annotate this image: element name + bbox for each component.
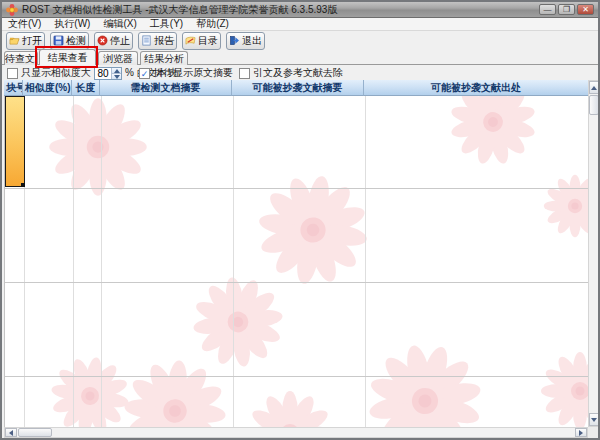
wrap-display-checkbox[interactable] — [139, 68, 150, 79]
remove-citations-group: 引文及参考文献去除 — [239, 66, 343, 80]
app-window: ROST 文档相似性检测工具 -武汉大学信息管理学院荣誉贡献 6.3.5.93版… — [0, 0, 600, 440]
report-button[interactable]: 报告 — [138, 32, 177, 50]
grid-row-line — [5, 376, 588, 377]
tab-results-view[interactable]: 结果查看 — [39, 49, 96, 65]
column-header-similarity[interactable]: 相似度(%) — [23, 80, 72, 96]
scroll-left-button[interactable] — [5, 428, 17, 437]
exit-button[interactable]: 退出 — [226, 32, 265, 50]
options-row: 只显示相似度大 % 的文本块 折行显示原文摘要 引文及参考文献去除 — [2, 65, 598, 80]
horizontal-scrollbar-thumb[interactable] — [18, 428, 52, 437]
spinner-down-icon — [114, 75, 120, 79]
report-button-label: 报告 — [154, 34, 174, 48]
horizontal-scrollbar[interactable] — [4, 427, 588, 438]
menu-item-run[interactable]: 执行(W) — [54, 17, 90, 31]
catalog-button-label: 目录 — [198, 34, 218, 48]
tab-result-analysis[interactable]: 结果分析 — [140, 51, 188, 65]
remove-citations-label: 引文及参考文献去除 — [253, 66, 343, 80]
catalog-icon — [185, 35, 196, 46]
open-button[interactable]: 打开 — [6, 32, 45, 50]
exit-button-label: 退出 — [242, 34, 262, 48]
grid-column-line — [73, 96, 74, 427]
scroll-right-button[interactable] — [575, 428, 587, 437]
scroll-down-button[interactable] — [589, 413, 599, 426]
detect-button-label: 检测 — [66, 34, 86, 48]
threshold-spinbox — [94, 67, 122, 80]
menu-bar: 文件(V) 执行(W) 编辑(X) 工具(Y) 帮助(Z) — [2, 18, 598, 31]
maximize-button[interactable]: ❐ — [558, 4, 575, 15]
grid-header: 块号 相似度(%) 长度 需检测文档摘要 可能被抄袭文献摘要 可能被抄袭文献出处 — [4, 80, 588, 96]
column-header-plagiarized-excerpt[interactable]: 可能被抄袭文献摘要 — [232, 80, 364, 96]
grid-column-line — [101, 96, 102, 427]
close-button[interactable]: ✕ — [577, 4, 594, 15]
stop-icon — [97, 35, 108, 46]
arrow-left-icon — [9, 430, 13, 436]
stop-button-label: 停止 — [110, 34, 130, 48]
scroll-up-button[interactable] — [589, 81, 599, 94]
column-header-source[interactable]: 可能被抄袭文献出处 — [364, 80, 588, 96]
title-bar[interactable]: ROST 文档相似性检测工具 -武汉大学信息管理学院荣誉贡献 6.3.5.93版… — [2, 2, 598, 18]
window-title: ROST 文档相似性检测工具 -武汉大学信息管理学院荣誉贡献 6.3.5.93版 — [22, 3, 539, 17]
threshold-input[interactable] — [95, 68, 111, 79]
column-header-length[interactable]: 长度 — [72, 80, 100, 96]
toolbar: 打开 检测 停止 报告 — [2, 31, 598, 50]
tab-pending-articles[interactable]: 待查文章 — [4, 51, 38, 65]
vertical-scrollbar[interactable] — [588, 80, 600, 427]
selected-cell[interactable] — [5, 96, 25, 187]
wrap-display-group: 折行显示原文摘要 — [139, 66, 233, 80]
column-header-block-number[interactable]: 块号 — [4, 80, 23, 96]
arrow-right-icon — [579, 430, 583, 436]
results-grid: 块号 相似度(%) 长度 需检测文档摘要 可能被抄袭文献摘要 可能被抄袭文献出处 — [4, 80, 600, 438]
menu-item-edit[interactable]: 编辑(X) — [103, 17, 136, 31]
open-button-label: 打开 — [22, 34, 42, 48]
column-header-document-excerpt[interactable]: 需检测文档摘要 — [100, 80, 232, 96]
menu-item-file[interactable]: 文件(V) — [8, 17, 41, 31]
scrollbar-corner — [588, 427, 600, 438]
arrow-down-icon — [591, 418, 597, 422]
report-icon — [141, 35, 152, 46]
menu-item-tools[interactable]: 工具(Y) — [150, 17, 183, 31]
tab-browser[interactable]: 浏览器 — [98, 51, 138, 65]
detect-disk-icon — [53, 35, 64, 46]
grid-body[interactable] — [4, 96, 588, 427]
similarity-filter-checkbox[interactable] — [7, 68, 18, 79]
catalog-button[interactable]: 目录 — [182, 32, 221, 50]
menu-item-help[interactable]: 帮助(Z) — [196, 17, 229, 31]
remove-citations-checkbox[interactable] — [239, 68, 250, 79]
detect-button[interactable]: 检测 — [50, 32, 89, 50]
threshold-spinner — [111, 68, 121, 79]
stop-button[interactable]: 停止 — [94, 32, 133, 50]
wrap-display-label: 折行显示原文摘要 — [153, 66, 233, 80]
column-header-similarity-label: 相似度(%) — [25, 81, 71, 95]
arrow-up-icon — [591, 86, 597, 90]
app-icon — [6, 4, 18, 16]
flower-watermark-background — [5, 96, 588, 427]
grid-column-line — [365, 96, 366, 427]
spinner-down-button[interactable] — [111, 73, 121, 79]
grid-row-line — [5, 188, 588, 189]
exit-icon — [229, 35, 240, 46]
grid-row-line — [5, 282, 588, 283]
vertical-scrollbar-thumb[interactable] — [589, 95, 599, 115]
tab-strip: 待查文章 结果查看 浏览器 结果分析 — [2, 49, 598, 65]
minimize-button[interactable]: — — [539, 4, 556, 15]
selection-handle[interactable] — [21, 183, 25, 187]
similarity-filter-label-prefix: 只显示相似度大 — [21, 66, 91, 80]
grid-column-line — [233, 96, 234, 427]
open-folder-icon — [9, 35, 20, 46]
